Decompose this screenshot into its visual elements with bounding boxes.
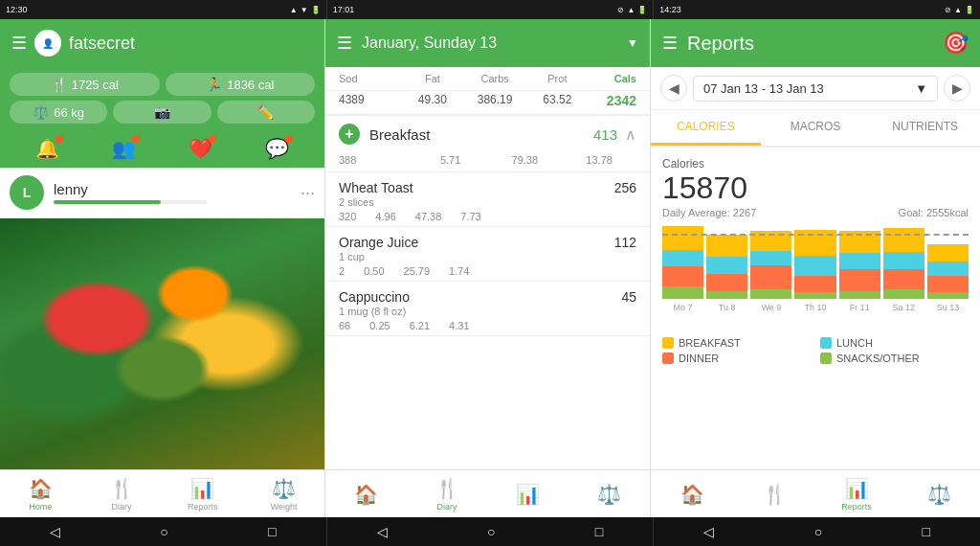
breakfast-prot: 13.78 — [562, 154, 636, 166]
back-btn-1[interactable]: ◁ — [40, 520, 70, 543]
legend-label-lunch: LUNCH — [836, 337, 873, 349]
time-2: 17:01 — [333, 5, 355, 14]
wheat-toast-name: Wheat Toast — [339, 180, 413, 195]
scale-icon: ⚖️ — [33, 104, 49, 120]
food-item-orange-juice[interactable]: Orange Juice 112 1 cup 2 0.50 25.79 1.74 — [325, 226, 650, 281]
sys-nav-1: ◁ ○ □ — [0, 517, 327, 546]
notification-icon-btn[interactable]: 🔔 — [35, 137, 59, 160]
tab-macros[interactable]: MACROS — [761, 110, 871, 146]
reports-nav-reports[interactable]: 📊 Reports — [815, 477, 898, 512]
diary-nav-weight[interactable]: ⚖️ — [568, 483, 650, 506]
food-item-cappuccino[interactable]: Cappuccino 45 1 mug (8 fl oz) 66 0.25 6.… — [325, 281, 650, 335]
panel-home: ☰ 👤 fatsecret 🍴 1725 cal 🏃 1836 cal ⚖️ — [0, 19, 325, 517]
date-next-btn[interactable]: ▶ — [944, 75, 970, 102]
back-btn-3[interactable]: ◁ — [694, 520, 724, 543]
reports-hamburger-icon[interactable]: ☰ — [662, 33, 678, 54]
chat-icon-btn[interactable]: 💬 — [265, 137, 289, 160]
home-icon: 🏠 — [29, 477, 53, 500]
meal-chevron-breakfast[interactable]: ∧ — [625, 125, 636, 144]
home-btn-1[interactable]: ○ — [150, 520, 177, 543]
sys-nav-3: ◁ ○ □ — [654, 517, 980, 546]
legend-breakfast: BREAKFAST — [662, 337, 811, 349]
diary-header: ☰ January, Sunday 13 ▼ — [325, 19, 650, 67]
bar-label-Th 10: Th 10 — [804, 303, 826, 312]
system-nav-bars: ◁ ○ □ ◁ ○ □ ◁ ○ □ — [0, 517, 980, 546]
bar-group-Su 13: Su 13 — [927, 244, 969, 312]
more-dots-icon[interactable]: ··· — [301, 183, 315, 203]
nav-label-diary: Diary — [112, 502, 132, 512]
recents-btn-3[interactable]: □ — [912, 520, 939, 543]
date-dropdown-arrow[interactable]: ▼ — [627, 36, 638, 50]
hamburger-icon[interactable]: ☰ — [11, 33, 27, 54]
run-icon: 🏃 — [206, 77, 222, 92]
wheat-toast-prot: 7.73 — [460, 211, 480, 222]
cap-carbs: 6.21 — [410, 320, 430, 331]
home-header: ☰ 👤 fatsecret — [0, 19, 324, 67]
calories-in-pill[interactable]: 🍴 1725 cal — [10, 73, 160, 96]
heart-icon-btn[interactable]: ❤️ — [189, 137, 212, 160]
diary-nav-diary[interactable]: 🍴 Diary — [407, 477, 488, 512]
diary-nav-home[interactable]: 🏠 — [325, 483, 407, 506]
wheat-toast-sod: 320 — [339, 211, 356, 222]
breakfast-fat: 5.71 — [413, 154, 488, 166]
bar-label-Fr 11: Fr 11 — [850, 303, 870, 312]
calories-meta: Daily Average: 2267 Goal: 2555kcal — [662, 207, 969, 218]
legend-label-breakfast: BREAKFAST — [679, 337, 741, 349]
target-icon[interactable]: 🎯 — [943, 31, 969, 56]
total-carbs: 386.19 — [464, 93, 526, 108]
recents-btn-1[interactable]: □ — [258, 520, 285, 543]
meal-add-breakfast-btn[interactable]: + — [339, 124, 360, 145]
cap-fat: 0.25 — [369, 320, 390, 331]
food-item-wheat-toast[interactable]: Wheat Toast 256 2 slices 320 4.96 47.38 … — [325, 171, 650, 226]
cappuccino-cals: 45 — [621, 289, 636, 305]
calories-out-pill[interactable]: 🏃 1836 cal — [166, 73, 316, 96]
diary-bottom-nav: 🏠 🍴 Diary 📊 ⚖️ — [325, 469, 650, 517]
report-tabs: CALORIES MACROS NUTRIENTS — [651, 110, 980, 148]
home-btn-2[interactable]: ○ — [478, 520, 504, 543]
diary-icon: 🍴 — [110, 477, 134, 500]
reports-nav-diary[interactable]: 🍴 — [733, 483, 815, 506]
diary-nav-reports[interactable]: 📊 — [488, 483, 569, 506]
legend-dot-dinner — [662, 353, 674, 364]
tab-nutrients[interactable]: NUTRIENTS — [870, 110, 980, 146]
home-btn-3[interactable]: ○ — [805, 520, 832, 543]
reports-nav-weight[interactable]: ⚖️ — [898, 483, 980, 506]
breakfast-sod: 388 — [339, 154, 413, 166]
nav-item-home[interactable]: 🏠 Home — [0, 473, 81, 515]
fork-icon: 🍴 — [51, 77, 67, 92]
chart-legend: BREAKFAST LUNCH DINNER SNACKS/OTHER — [662, 337, 969, 364]
legend-dot-breakfast — [662, 337, 674, 349]
nav-item-weight[interactable]: ⚖️ Weight — [243, 473, 324, 515]
date-range-select[interactable]: 07 Jan 13 - 13 Jan 13 ▼ — [693, 76, 938, 102]
progress-bar-wrap — [54, 200, 207, 204]
legend-dot-snacks — [820, 353, 832, 364]
photo-pill[interactable]: 📷 — [113, 101, 211, 124]
edit-pill[interactable]: ✏️ — [217, 101, 315, 124]
friends-icon-btn[interactable]: 👥 — [112, 137, 136, 160]
daily-average: Daily Average: 2267 — [662, 207, 756, 218]
bar-seg-lunch-We 9 — [750, 251, 791, 265]
weight-pill[interactable]: ⚖️ 66 kg — [10, 101, 107, 124]
bar-seg-dinner-Mo 7 — [662, 266, 703, 286]
goal-text: Goal: 2555kcal — [899, 207, 969, 218]
recents-btn-2[interactable]: □ — [586, 520, 612, 543]
back-btn-2[interactable]: ◁ — [368, 520, 397, 543]
diary-hamburger-icon[interactable]: ☰ — [337, 33, 352, 54]
wheat-toast-macros: 320 4.96 47.38 7.73 — [339, 211, 636, 222]
nav-item-reports[interactable]: 📊 Reports — [163, 473, 244, 515]
reports-nav-home[interactable]: 🏠 — [651, 483, 733, 506]
col-header-cals: Cals — [589, 73, 636, 84]
bar-group-Th 10: Th 10 — [794, 230, 835, 312]
nav-item-diary[interactable]: 🍴 Diary — [81, 473, 163, 515]
bar-seg-breakfast-Mo 7 — [662, 226, 703, 250]
tab-calories[interactable]: CALORIES — [651, 110, 761, 146]
bar-stack-Sa 12 — [883, 228, 924, 299]
date-prev-btn[interactable]: ◀ — [660, 75, 687, 102]
reports-icon: 📊 — [190, 477, 214, 500]
weight-icon: ⚖️ — [272, 477, 296, 500]
food-image — [0, 218, 324, 469]
stats-row-2: ⚖️ 66 kg 📷 ✏️ — [10, 101, 315, 124]
bar-group-Sa 12: Sa 12 — [883, 228, 924, 312]
stats-row-1: 🍴 1725 cal 🏃 1836 cal — [10, 73, 315, 96]
home-bottom-nav: 🏠 Home 🍴 Diary 📊 Reports ⚖️ Weight — [0, 469, 324, 517]
